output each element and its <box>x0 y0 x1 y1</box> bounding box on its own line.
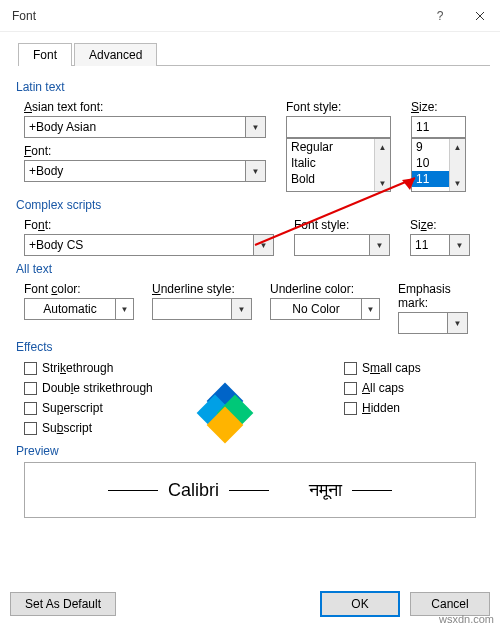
chevron-down-icon: ▼ <box>370 234 390 256</box>
size-label: Size: <box>411 100 466 114</box>
scroll-down-icon: ▼ <box>450 175 465 191</box>
preview-line-icon <box>229 490 269 491</box>
chevron-down-icon: ▼ <box>448 312 468 334</box>
underline-style-select[interactable]: ▼ <box>152 298 252 320</box>
effects-heading: Effects <box>16 340 484 354</box>
font-label: Font: <box>24 144 266 158</box>
subscript-checkbox[interactable]: Subscript <box>24 421 324 435</box>
chevron-down-icon: ▼ <box>450 234 470 256</box>
cs-style-value <box>294 234 370 256</box>
small-caps-checkbox[interactable]: Small caps <box>344 361 421 375</box>
cs-size-value: 11 <box>410 234 450 256</box>
double-strikethrough-checkbox[interactable]: Double strikethrough <box>24 381 324 395</box>
strikethrough-checkbox[interactable]: Strikethrough <box>24 361 324 375</box>
complex-heading: Complex scripts <box>16 198 484 212</box>
cs-size-label: Size: <box>410 218 470 232</box>
underline-color-select[interactable]: No Color ▼ <box>270 298 380 320</box>
superscript-checkbox[interactable]: Superscript <box>24 401 324 415</box>
chevron-down-icon: ▼ <box>246 160 266 182</box>
cs-style-label: Font style: <box>294 218 390 232</box>
size-list[interactable]: 9 10 11 ▲ ▼ <box>411 138 466 192</box>
chevron-down-icon: ▼ <box>115 299 133 319</box>
font-color-select[interactable]: Automatic ▼ <box>24 298 134 320</box>
titlebar: Font ? <box>0 0 500 32</box>
asian-font-label: AAsian text font:sian text font: <box>24 100 266 114</box>
font-value: +Body <box>24 160 246 182</box>
cs-font-value: +Body CS <box>24 234 254 256</box>
set-default-button[interactable]: Set As Default <box>10 592 116 616</box>
underline-color-value: No Color <box>271 302 361 316</box>
tab-strip: Font Advanced <box>18 42 490 66</box>
chevron-down-icon: ▼ <box>254 234 274 256</box>
scrollbar[interactable]: ▲ ▼ <box>374 139 390 191</box>
ok-button[interactable]: OK <box>320 591 400 617</box>
emphasis-value <box>398 312 448 334</box>
emphasis-label: Emphasis mark: <box>398 282 468 310</box>
underline-style-value <box>152 298 232 320</box>
close-button[interactable] <box>460 0 500 32</box>
asian-font-select[interactable]: +Body Asian ▼ <box>24 116 266 138</box>
dialog-footer: Set As Default OK Cancel <box>10 591 490 617</box>
cs-style-select[interactable]: ▼ <box>294 234 390 256</box>
tab-advanced[interactable]: Advanced <box>74 43 157 66</box>
hidden-checkbox[interactable]: Hidden <box>344 401 421 415</box>
close-icon <box>475 11 485 21</box>
help-button[interactable]: ? <box>420 0 460 32</box>
chevron-down-icon: ▼ <box>361 299 379 319</box>
underline-color-label: Underline color: <box>270 282 380 296</box>
chevron-down-icon: ▼ <box>232 298 252 320</box>
preview-box: Calibri नमूना <box>24 462 476 518</box>
preview-line-icon <box>352 490 392 491</box>
font-style-input[interactable] <box>286 116 391 138</box>
cs-font-label: Font: <box>24 218 274 232</box>
font-color-label: Font color: <box>24 282 134 296</box>
alltext-heading: All text <box>16 262 484 276</box>
tab-font[interactable]: Font <box>18 43 72 66</box>
emphasis-select[interactable]: ▼ <box>398 312 468 334</box>
asian-font-value: +Body Asian <box>24 116 246 138</box>
font-select[interactable]: +Body ▼ <box>24 160 266 182</box>
preview-line-icon <box>108 490 158 491</box>
font-color-value: Automatic <box>25 302 115 316</box>
scroll-up-icon: ▲ <box>450 139 465 155</box>
font-style-list[interactable]: Regular Italic Bold ▲ ▼ <box>286 138 391 192</box>
window-title: Font <box>12 9 420 23</box>
underline-style-label: Underline style: <box>152 282 252 296</box>
scroll-up-icon: ▲ <box>375 139 390 155</box>
latin-heading: Latin text <box>16 80 484 94</box>
all-caps-checkbox[interactable]: All caps <box>344 381 421 395</box>
logo-icon <box>200 388 250 438</box>
cs-font-select[interactable]: +Body CS ▼ <box>24 234 274 256</box>
preview-sample-b: नमूना <box>309 480 342 501</box>
font-style-label: Font style: <box>286 100 391 114</box>
size-input[interactable] <box>411 116 466 138</box>
cs-size-select[interactable]: 11 ▼ <box>410 234 470 256</box>
preview-sample-a: Calibri <box>168 480 219 501</box>
watermark: wsxdn.com <box>439 613 494 625</box>
scrollbar[interactable]: ▲ ▼ <box>449 139 465 191</box>
scroll-down-icon: ▼ <box>375 175 390 191</box>
preview-heading: Preview <box>16 444 484 458</box>
chevron-down-icon: ▼ <box>246 116 266 138</box>
